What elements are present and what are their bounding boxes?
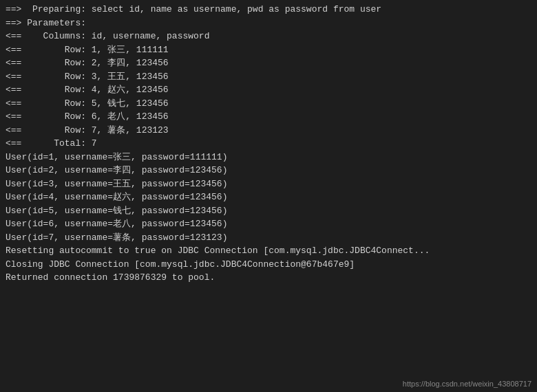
console-line: User(id=4, username=赵六, password=123456) [6, 190, 531, 204]
console-line: <== Row: 6, 老八, 123456 [6, 110, 531, 124]
console-line: User(id=5, username=钱七, password=123456) [6, 204, 531, 218]
console-line: ==> Preparing: select id, name as userna… [6, 3, 531, 17]
console-line: Returned connection 1739876329 to pool. [6, 271, 531, 285]
console-line: <== Row: 7, 薯条, 123123 [6, 124, 531, 138]
console-line: <== Row: 1, 张三, 111111 [6, 43, 531, 57]
console-line: <== Total: 7 [6, 137, 531, 151]
console-line: <== Columns: id, username, password [6, 30, 531, 43]
console-line: User(id=7, username=薯条, password=123123) [6, 231, 531, 245]
console-line: <== Row: 4, 赵六, 123456 [6, 83, 531, 97]
console-line: <== Row: 2, 李四, 123456 [6, 56, 531, 70]
console-line: Closing JDBC Connection [com.mysql.jdbc.… [6, 258, 531, 272]
console-line: User(id=6, username=老八, password=123456) [6, 217, 531, 231]
console-line: Resetting autocommit to true on JDBC Con… [6, 244, 531, 258]
console-line: User(id=2, username=李四, password=123456) [6, 164, 531, 177]
console-line: <== Row: 3, 王五, 123456 [6, 70, 531, 84]
console-output: ==> Preparing: select id, name as userna… [0, 0, 537, 392]
console-line: <== Row: 5, 钱七, 123456 [6, 97, 531, 111]
watermark-text: https://blog.csdn.net/weixin_43808717 [403, 380, 531, 388]
console-line: User(id=1, username=张三, password=111111) [6, 151, 531, 164]
console-line: User(id=3, username=王五, password=123456) [6, 177, 531, 191]
console-line: ==> Parameters: [6, 17, 531, 30]
